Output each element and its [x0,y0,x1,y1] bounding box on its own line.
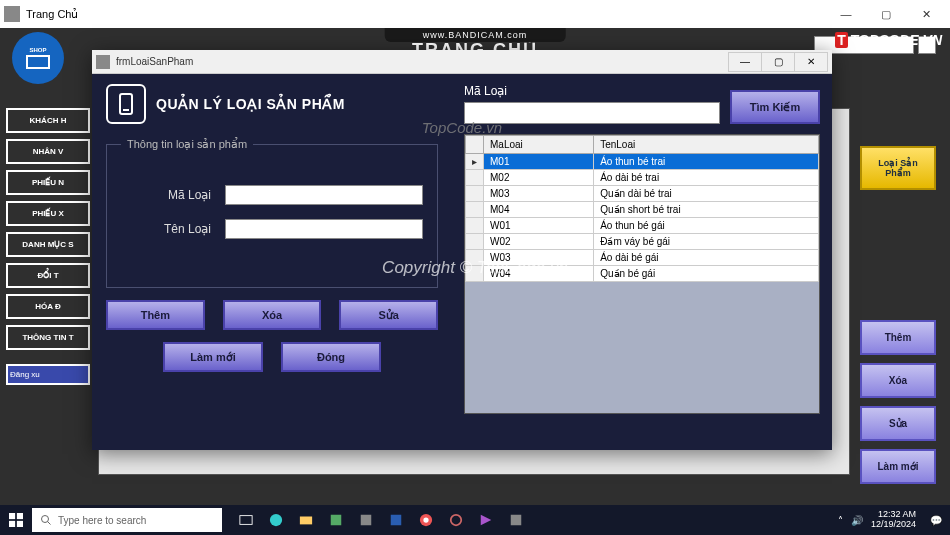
logout-button[interactable]: Đăng xu [6,364,90,385]
table-row[interactable]: M04Quần short bé trai [466,202,819,218]
sidebar-item-khachhang[interactable]: KHÁCH H [6,108,90,133]
cell-maloai[interactable]: W03 [484,250,594,266]
cell-tenloai[interactable]: Áo dài bé gái [594,250,819,266]
cell-maloai[interactable]: W01 [484,218,594,234]
chrome-icon[interactable] [412,505,440,535]
svg-rect-10 [300,517,312,525]
ten-loai-label: Tên Loại [121,222,211,236]
maximize-button[interactable]: ▢ [866,2,906,26]
table-row[interactable]: M03Quần dài bé trai [466,186,819,202]
row-indicator[interactable]: ▸ [466,154,484,170]
row-indicator[interactable] [466,234,484,250]
volume-icon[interactable]: 🔊 [851,515,863,526]
clock[interactable]: 12:32 AM 12/19/2024 [871,510,922,530]
sidebar-item-phieunhap[interactable]: PHIẾU N [6,170,90,195]
row-header-col[interactable] [466,136,484,154]
ma-loai-label: Mã Loại [121,188,211,202]
sidebar-item-nhanvien[interactable]: NHÂN V [6,139,90,164]
right-lammoi-button[interactable]: Làm mới [860,449,936,484]
cell-maloai[interactable]: W02 [484,234,594,250]
ten-loai-input[interactable] [225,219,423,239]
app-icon-1[interactable] [322,505,350,535]
cell-maloai[interactable]: M01 [484,154,594,170]
col-tenloai[interactable]: TenLoai [594,136,819,154]
table-row[interactable]: W04Quần bé gái [466,266,819,282]
sidebar-item-danhmucsp[interactable]: DANH MỤC S [6,232,90,257]
table-row[interactable]: M02Áo dài bé trai [466,170,819,186]
system-tray: ˄ 🔊 12:32 AM 12/19/2024 💬 [830,510,950,530]
row-indicator[interactable] [466,202,484,218]
right-sua-button[interactable]: Sửa [860,406,936,441]
dialog-maximize-button[interactable]: ▢ [761,52,795,72]
cell-maloai[interactable]: M02 [484,170,594,186]
cell-tenloai[interactable]: Đầm váy bé gái [594,234,819,250]
shop-logo: SHOP [12,32,64,84]
edge-icon[interactable] [262,505,290,535]
svg-rect-2 [9,513,15,519]
vs-icon[interactable] [472,505,500,535]
right-xoa-button[interactable]: Xóa [860,363,936,398]
col-maloai[interactable]: MaLoai [484,136,594,154]
task-view-icon[interactable] [232,505,260,535]
row-indicator[interactable] [466,186,484,202]
row-indicator[interactable] [466,250,484,266]
svg-rect-12 [361,515,372,526]
dialog-minimize-button[interactable]: — [728,52,762,72]
dialog-body: TopCode.vn QUẢN LÝ LOẠI SẢN PHẨM Thông t… [92,74,832,450]
table-row[interactable]: W02Đầm váy bé gái [466,234,819,250]
group-legend: Thông tin loại sản phẩm [121,138,253,151]
xoa-button[interactable]: Xóa [223,300,322,330]
table-row[interactable]: W01Áo thun bé gái [466,218,819,234]
search-button[interactable]: Tìm Kiếm [730,90,820,124]
notification-icon[interactable]: 💬 [930,515,942,526]
dialog-titlebar[interactable]: frmLoaiSanPham — ▢ ✕ [92,50,832,74]
lammoi-button[interactable]: Làm mới [163,342,263,372]
svg-rect-8 [240,516,252,525]
table-row[interactable]: ▸M01Áo thun bé trai [466,154,819,170]
them-button[interactable]: Thêm [106,300,205,330]
main-window-controls: — ▢ ✕ [826,2,946,26]
taskbar-search[interactable]: Type here to search [32,508,222,532]
cell-tenloai[interactable]: Quần dài bé trai [594,186,819,202]
topcode-watermark: TTOPCODE.VN [835,32,942,48]
search-input[interactable] [464,102,720,124]
word-icon[interactable] [382,505,410,535]
product-info-group: Thông tin loại sản phẩm Mã Loại Tên Loại [106,138,438,288]
sidebar-item-thongtin[interactable]: THÔNG TIN T [6,325,90,350]
cell-maloai[interactable]: M03 [484,186,594,202]
cell-tenloai[interactable]: Quần short bé trai [594,202,819,218]
sidebar-item-doitra[interactable]: ĐỔI T [6,263,90,288]
svg-rect-11 [331,515,342,526]
cell-tenloai[interactable]: Áo thun bé gái [594,218,819,234]
ma-loai-input[interactable] [225,185,423,205]
loai-san-pham-button[interactable]: Loại Sản Phẩm [860,146,936,190]
cell-tenloai[interactable]: Quần bé gái [594,266,819,282]
data-grid[interactable]: MaLoai TenLoai ▸M01Áo thun bé traiM02Áo … [464,134,820,414]
row-indicator[interactable] [466,266,484,282]
taskbar: Type here to search ˄ 🔊 12:32 AM 12/19/2… [0,505,950,535]
cell-maloai[interactable]: W04 [484,266,594,282]
right-them-button[interactable]: Thêm [860,320,936,355]
cell-tenloai[interactable]: Áo dài bé trai [594,170,819,186]
start-button[interactable] [0,505,32,535]
app-icon-2[interactable] [352,505,380,535]
row-indicator[interactable] [466,170,484,186]
main-window-title: Trang Chủ [26,8,826,21]
cell-maloai[interactable]: M04 [484,202,594,218]
cell-tenloai[interactable]: Áo thun bé trai [594,154,819,170]
sidebar-item-hoadon[interactable]: HÓA Đ [6,294,90,319]
sua-button[interactable]: Sửa [339,300,438,330]
running-app-icon[interactable] [502,505,530,535]
explorer-icon[interactable] [292,505,320,535]
row-indicator[interactable] [466,218,484,234]
tray-chevron-icon[interactable]: ˄ [838,515,843,526]
sidebar-item-phieuxuat[interactable]: PHIẾU X [6,201,90,226]
product-type-icon [106,84,146,124]
dong-button[interactable]: Đóng [281,342,381,372]
dialog-close-button[interactable]: ✕ [794,52,828,72]
app-icon-3[interactable] [442,505,470,535]
table-row[interactable]: W03Áo dài bé gái [466,250,819,266]
close-button[interactable]: ✕ [906,2,946,26]
minimize-button[interactable]: — [826,2,866,26]
app-icon [4,6,20,22]
